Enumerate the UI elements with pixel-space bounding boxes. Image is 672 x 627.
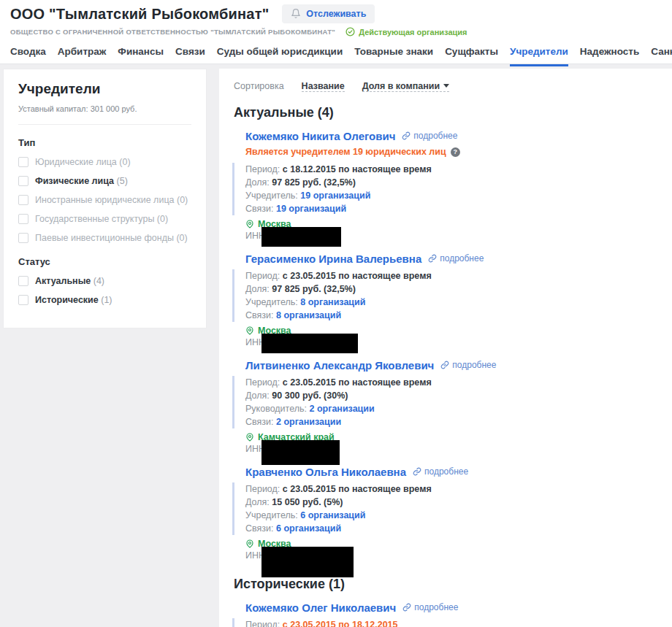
founder-name-link[interactable]: Герасименко Ирина Валерьевна — [245, 253, 421, 265]
detail-row: Доля: 97 825 руб. (32,5%) — [245, 282, 665, 296]
tab-8[interactable]: Учредители — [510, 46, 568, 66]
more-link[interactable]: подробнее — [428, 253, 484, 264]
checkbox-icon[interactable] — [18, 233, 28, 243]
company-full-name: ОБЩЕСТВО С ОГРАНИЧЕННОЙ ОТВЕТСТВЕННОСТЬЮ… — [10, 28, 335, 36]
tab-10[interactable]: Санкции — [651, 46, 672, 66]
tab-5[interactable]: Суды общей юрисдикции — [217, 46, 343, 66]
more-link[interactable]: подробнее — [413, 466, 468, 477]
detail-row: Доля: 15 050 руб. (5%) — [245, 496, 665, 509]
tab-7[interactable]: Сущфакты — [445, 46, 498, 66]
detail-row: Период: с 23.05.2015 по настоящее время — [245, 482, 665, 496]
founder-name-link[interactable]: Кожемяко Никита Олегович — [245, 130, 395, 142]
filter-checkbox-row[interactable]: Юридические лица (0) — [18, 156, 191, 168]
detail-value: 15 050 руб. (5%) — [272, 497, 343, 507]
more-link-label: подробнее — [414, 602, 458, 612]
checkbox-icon[interactable] — [18, 276, 28, 286]
link-icon — [440, 361, 449, 369]
detail-value: 90 300 руб. (30%) — [272, 391, 348, 401]
founders-main: Сортировка НазваниеДоля в компании Актуа… — [219, 69, 672, 627]
more-link-label: подробнее — [440, 253, 484, 264]
filter-count: (0) — [119, 157, 130, 167]
inn-redaction-box — [261, 547, 354, 577]
founder-name-link[interactable]: Кравченко Ольга Николаевна — [245, 466, 406, 478]
detail-value-link[interactable]: 8 организаций — [300, 297, 365, 307]
filter-label: Иностранные юридические лица (0) — [35, 194, 188, 206]
filter-label: Физические лица (5) — [35, 175, 128, 187]
tab-4[interactable]: Связи — [175, 46, 205, 66]
detail-label: Период: — [245, 484, 280, 494]
location-pin-icon — [245, 539, 254, 549]
status-badge: Действующая организация — [345, 27, 467, 36]
founder-name-link[interactable]: Кожемяко Олег Николаевич — [245, 601, 396, 614]
filter-label: Актуальные (4) — [35, 275, 104, 287]
sort-row: Сортировка НазваниеДоля в компании — [234, 80, 665, 92]
filter-count: (0) — [177, 195, 188, 205]
section-title: Актуальные (4) — [234, 105, 665, 120]
sort-option-1[interactable]: Название — [302, 81, 345, 92]
filter-type-title: Тип — [18, 137, 191, 148]
checkbox-icon[interactable] — [18, 176, 28, 186]
more-link[interactable]: подробнее — [402, 131, 457, 141]
detail-label: Учредитель: — [245, 191, 298, 201]
detail-row: Руководитель: 2 организации — [245, 402, 665, 415]
sort-option-2[interactable]: Доля в компании — [362, 81, 449, 92]
detail-row: Период: с 23.05.2015 по 18.12.2015 — [245, 618, 665, 627]
detail-label: Период: — [245, 620, 280, 627]
filter-checkbox-row[interactable]: Паевые инвестиционные фонды (0) — [18, 232, 191, 244]
detail-label: Учредитель: — [245, 510, 298, 520]
detail-row: Период: с 18.12.2015 по настоящее время — [245, 163, 665, 176]
detail-row: Связи: 2 организации — [245, 415, 665, 428]
detail-label: Связи: — [245, 204, 273, 214]
nav-tabs: СводкаАрбитражФинансыСвязиСуды общей юри… — [10, 46, 672, 66]
founder-card: Кожемяко Олег НиколаевичподробнееПериод:… — [234, 601, 665, 627]
detail-row: Доля: 90 300 руб. (30%) — [245, 389, 665, 402]
detail-value-link[interactable]: 8 организаций — [276, 310, 341, 320]
detail-value: с 23.05.2015 по 18.12.2015 — [283, 620, 398, 627]
tab-6[interactable]: Товарные знаки — [354, 46, 433, 66]
founder-sections: Актуальные (4)Кожемяко Никита Олеговичпо… — [234, 105, 665, 627]
detail-row: Учредитель: 19 организаций — [245, 189, 665, 202]
filter-label-text: Иностранные юридические лица — [35, 195, 175, 205]
more-link[interactable]: подробнее — [402, 602, 458, 612]
more-link[interactable]: подробнее — [440, 360, 496, 370]
detail-value-link[interactable]: 19 организаций — [276, 204, 346, 214]
checkbox-icon[interactable] — [18, 157, 28, 167]
sidebar-title: Учредители — [18, 81, 191, 97]
detail-row: Связи: 19 организаций — [245, 202, 665, 215]
status-badge-label: Действующая организация — [359, 28, 467, 36]
founder-name-link[interactable]: Литвиненко Александр Яковлевич — [245, 359, 434, 372]
tab-9[interactable]: Надежность — [580, 46, 639, 66]
detail-row: Период: с 23.05.2015 по настоящее время — [245, 376, 665, 389]
info-icon[interactable]: ? — [451, 147, 460, 157]
detail-label: Учредитель: — [245, 297, 298, 307]
detail-value-link[interactable]: 2 организации — [276, 417, 341, 427]
filter-checkbox-row[interactable]: Исторические (1) — [18, 294, 191, 306]
follow-button[interactable]: Отслеживать — [282, 4, 375, 23]
tab-3[interactable]: Финансы — [118, 46, 164, 66]
filter-label-text: Юридические лица — [35, 157, 117, 167]
detail-value-link[interactable]: 6 организаций — [300, 510, 365, 520]
detail-value-link[interactable]: 2 организации — [310, 404, 375, 414]
filter-count: (0) — [176, 233, 187, 243]
filter-checkbox-row[interactable]: Иностранные юридические лица (0) — [18, 194, 191, 206]
checkbox-icon[interactable] — [18, 214, 28, 224]
filter-checkbox-row[interactable]: Физические лица (5) — [18, 175, 191, 187]
filter-checkbox-row[interactable]: Актуальные (4) — [18, 275, 191, 287]
link-icon — [402, 603, 411, 612]
charter-capital: Уставный капитал: 301 000 руб. — [18, 104, 191, 125]
sort-label: Сортировка — [234, 81, 284, 91]
detail-value-link[interactable]: 19 организаций — [300, 191, 370, 201]
tab-1[interactable]: Сводка — [10, 46, 46, 66]
filter-count: (5) — [117, 176, 128, 186]
founder-card: Кожемяко Никита ОлеговичподробнееЯвляетс… — [234, 130, 665, 244]
filter-label-text: Физические лица — [35, 176, 114, 186]
link-icon — [428, 254, 437, 263]
detail-label: Доля: — [245, 177, 270, 188]
detail-value-link[interactable]: 6 организаций — [276, 523, 341, 534]
filter-label: Исторические (1) — [35, 294, 112, 306]
checkbox-icon[interactable] — [18, 195, 28, 205]
more-link-label: подробнее — [452, 360, 496, 370]
filter-checkbox-row[interactable]: Государственные структуры (0) — [18, 213, 191, 225]
checkbox-icon[interactable] — [18, 295, 28, 305]
tab-2[interactable]: Арбитраж — [58, 46, 107, 66]
